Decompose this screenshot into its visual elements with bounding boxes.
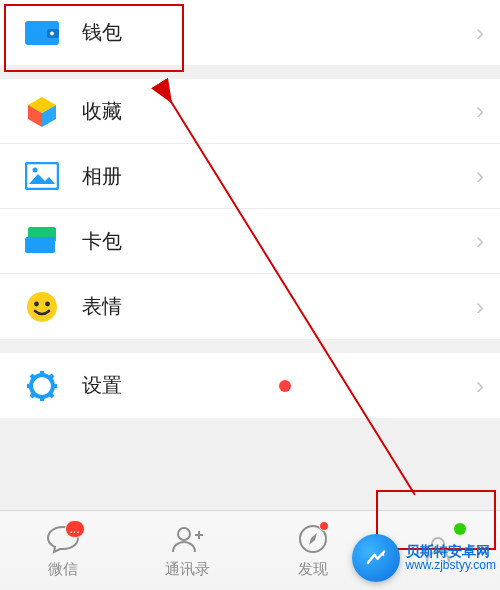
svg-point-13 [45, 301, 50, 306]
cards-icon [22, 221, 62, 261]
menu-label: 收藏 [82, 98, 476, 125]
menu-item-wallet[interactable]: 钱包 › [0, 0, 500, 65]
red-dot-badge [279, 380, 291, 392]
menu-label: 表情 [82, 293, 476, 320]
tab-badge: ... [65, 520, 85, 538]
wallet-icon [22, 13, 62, 53]
tab-me[interactable] [375, 511, 500, 590]
menu-item-cards[interactable]: 卡包 › [0, 209, 500, 274]
svg-point-29 [432, 538, 444, 550]
svg-point-23 [37, 381, 47, 391]
svg-point-24 [178, 528, 190, 540]
tab-label: 发现 [298, 560, 328, 579]
chevron-right-icon: › [476, 162, 484, 190]
svg-point-11 [27, 292, 57, 322]
chevron-right-icon: › [476, 227, 484, 255]
photo-icon [22, 156, 62, 196]
section-main: 收藏 › 相册 › 卡包 › [0, 79, 500, 339]
svg-marker-7 [29, 174, 55, 184]
tab-discover[interactable]: 发现 [250, 511, 375, 590]
menu-item-settings[interactable]: 设置 › [0, 353, 500, 418]
section-wallet: 钱包 › [0, 0, 500, 65]
menu-item-favorites[interactable]: 收藏 › [0, 79, 500, 144]
svg-rect-6 [26, 163, 58, 189]
chevron-right-icon: › [476, 372, 484, 400]
emoji-icon [22, 287, 62, 327]
tab-label: 微信 [48, 560, 78, 579]
chevron-right-icon: › [476, 97, 484, 125]
menu-label: 卡包 [82, 228, 476, 255]
menu-item-stickers[interactable]: 表情 › [0, 274, 500, 339]
svg-rect-10 [25, 237, 55, 253]
me-icon [418, 532, 458, 566]
svg-point-12 [34, 301, 39, 306]
green-dot-badge [454, 523, 466, 535]
section-gap [0, 65, 500, 79]
svg-line-19 [31, 375, 34, 378]
chevron-right-icon: › [476, 19, 484, 47]
menu-label: 相册 [82, 163, 476, 190]
section-settings: 设置 › [0, 353, 500, 418]
tab-badge-dot [319, 521, 329, 531]
person-icon [168, 522, 208, 556]
chevron-right-icon: › [476, 293, 484, 321]
svg-line-22 [31, 394, 34, 397]
menu-item-album[interactable]: 相册 › [0, 144, 500, 209]
menu-label: 设置 [82, 372, 267, 399]
compass-icon [293, 522, 333, 556]
tab-contacts[interactable]: 通讯录 [125, 511, 250, 590]
menu-label: 钱包 [82, 19, 476, 46]
tab-chats[interactable]: ... 微信 [0, 511, 125, 590]
svg-line-21 [50, 375, 53, 378]
section-gap [0, 339, 500, 353]
svg-line-20 [50, 394, 53, 397]
tab-bar: ... 微信 通讯录 发现 [0, 510, 500, 590]
cube-icon [22, 91, 62, 131]
tab-label: 通讯录 [165, 560, 210, 579]
svg-marker-28 [309, 533, 317, 545]
chat-bubble-icon: ... [43, 522, 83, 556]
gear-icon [22, 366, 62, 406]
svg-point-8 [33, 168, 38, 173]
svg-point-2 [50, 31, 54, 35]
